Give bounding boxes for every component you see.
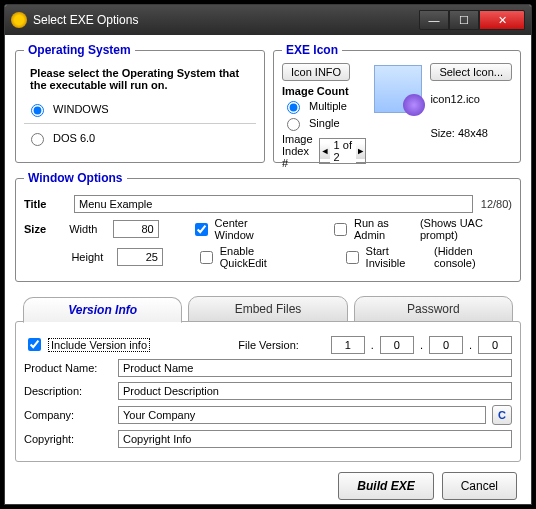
close-button[interactable]: ✕: [479, 10, 525, 30]
copyright-label: Copyright:: [24, 433, 112, 445]
tab-password[interactable]: Password: [354, 296, 513, 322]
company-label: Company:: [24, 409, 112, 421]
description-label: Description:: [24, 385, 112, 397]
enable-quickedit-label: Enable QuickEdit: [220, 245, 298, 269]
run-as-admin-hint: (Shows UAC prompt): [420, 217, 512, 241]
os-instruction: Please select the Operating System that …: [30, 67, 254, 91]
image-index-prev-button[interactable]: ◄: [320, 143, 329, 159]
product-name-label: Product Name:: [24, 362, 112, 374]
os-legend: Operating System: [24, 43, 135, 57]
operating-system-group: Operating System Please select the Opera…: [15, 43, 265, 163]
icon-preview: [374, 65, 422, 113]
start-invisible-label: Start Invisible: [366, 245, 426, 269]
build-exe-button[interactable]: Build EXE: [338, 472, 433, 500]
product-name-input[interactable]: [118, 359, 512, 377]
enable-quickedit-checkbox[interactable]: [200, 251, 213, 264]
file-version-1[interactable]: [331, 336, 365, 354]
version-info-panel: Include Version info File Version: . . .…: [15, 321, 521, 462]
company-clear-button[interactable]: C: [492, 405, 512, 425]
icon-size-label: Size: 48x48: [430, 127, 487, 139]
image-index-next-button[interactable]: ►: [356, 143, 365, 159]
icon-info-button[interactable]: Icon INFO: [282, 63, 350, 81]
minimize-button[interactable]: —: [419, 10, 449, 30]
window-options-group: Window Options Title 12/80) Size Width C…: [15, 171, 521, 282]
app-icon: [11, 12, 27, 28]
title-label: Title: [24, 198, 66, 210]
winopt-legend: Window Options: [24, 171, 127, 185]
center-window-label: Center Window: [215, 217, 279, 241]
company-input[interactable]: [118, 406, 486, 424]
exeicon-legend: EXE Icon: [282, 43, 342, 57]
image-index-label: Image Index #: [282, 133, 315, 169]
os-windows-radio[interactable]: [31, 104, 44, 117]
image-count-multiple-radio[interactable]: [287, 101, 300, 114]
file-version-4[interactable]: [478, 336, 512, 354]
maximize-button[interactable]: ☐: [449, 10, 479, 30]
icon-filename: icon12.ico: [430, 93, 480, 105]
run-as-admin-checkbox[interactable]: [334, 223, 347, 236]
os-dos-label: DOS 6.0: [53, 132, 95, 144]
copyright-input[interactable]: [118, 430, 512, 448]
width-input[interactable]: [113, 220, 159, 238]
tab-embed-files[interactable]: Embed Files: [188, 296, 347, 322]
title-counter: 12/80): [481, 198, 512, 210]
include-version-info-label: Include Version info: [48, 338, 150, 352]
center-window-checkbox[interactable]: [195, 223, 208, 236]
titlebar: Select EXE Options — ☐ ✕: [5, 5, 531, 35]
height-input[interactable]: [117, 248, 163, 266]
title-input[interactable]: [74, 195, 473, 213]
height-label: Height: [71, 251, 109, 263]
width-label: Width: [69, 223, 104, 235]
cancel-button[interactable]: Cancel: [442, 472, 517, 500]
file-version-2[interactable]: [380, 336, 414, 354]
os-dos-radio[interactable]: [31, 133, 44, 146]
image-count-single-label: Single: [309, 117, 340, 129]
description-input[interactable]: [118, 382, 512, 400]
start-invisible-checkbox[interactable]: [346, 251, 359, 264]
select-icon-button[interactable]: Select Icon...: [430, 63, 512, 81]
file-version-label: File Version:: [238, 339, 299, 351]
image-count-multiple-label: Multiple: [309, 100, 347, 112]
run-as-admin-label: Run as Admin: [354, 217, 412, 241]
image-index-stepper[interactable]: ◄ 1 of 2 ►: [319, 138, 366, 164]
image-index-value: 1 of 2: [330, 139, 356, 163]
window-title: Select EXE Options: [33, 13, 419, 27]
tab-version-info[interactable]: Version Info: [23, 297, 182, 323]
os-windows-label: WINDOWS: [53, 103, 109, 115]
image-count-label: Image Count: [282, 85, 366, 97]
include-version-info-checkbox[interactable]: [28, 338, 41, 351]
exe-icon-group: EXE Icon Icon INFO Image Count Multiple …: [273, 43, 521, 163]
size-label: Size: [24, 223, 61, 235]
file-version-3[interactable]: [429, 336, 463, 354]
image-count-single-radio[interactable]: [287, 118, 300, 131]
start-invisible-hint: (Hidden console): [434, 245, 512, 269]
